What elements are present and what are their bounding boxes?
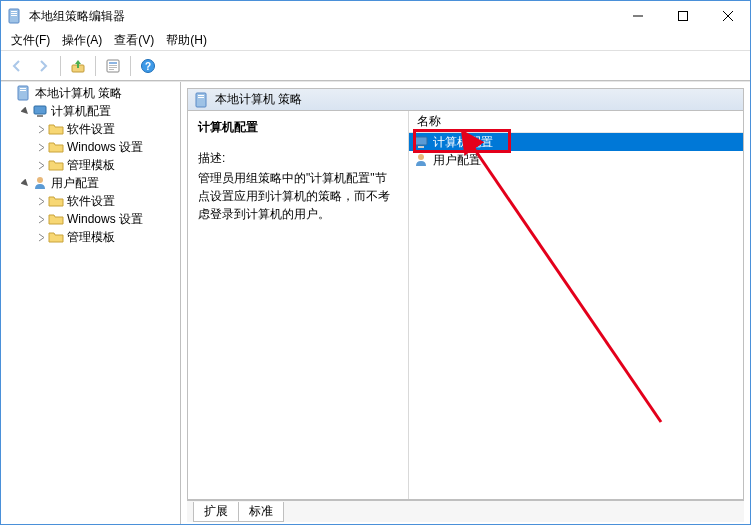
- chevron-down-icon[interactable]: [19, 105, 31, 117]
- user-icon: [413, 152, 429, 168]
- description-text: 管理员用组策略中的"计算机配置"节点设置应用到计算机的策略，而不考虑登录到计算机…: [198, 169, 398, 223]
- list-column: 名称 计算机配置 用户配置: [409, 111, 743, 499]
- folder-icon: [48, 157, 64, 173]
- svg-rect-13: [109, 65, 117, 66]
- tree-root[interactable]: 本地计算机 策略: [3, 84, 180, 102]
- description-label: 描述:: [198, 150, 398, 167]
- computer-icon: [32, 103, 48, 119]
- svg-rect-27: [415, 137, 427, 145]
- svg-rect-25: [198, 95, 204, 96]
- svg-rect-20: [20, 90, 26, 91]
- chevron-right-icon[interactable]: [35, 159, 47, 171]
- list-item-user-config[interactable]: 用户配置: [409, 151, 743, 169]
- tree-software-settings[interactable]: 软件设置: [35, 192, 180, 210]
- tree-label: 软件设置: [67, 121, 115, 138]
- tree-windows-settings[interactable]: Windows 设置: [35, 138, 180, 156]
- user-icon: [32, 175, 48, 191]
- up-button[interactable]: [66, 54, 90, 78]
- content-header: 本地计算机 策略: [188, 89, 743, 111]
- svg-rect-21: [34, 106, 46, 114]
- tree-label: 计算机配置: [51, 103, 111, 120]
- titlebar: 本地组策略编辑器: [1, 1, 750, 31]
- window-title: 本地组策略编辑器: [29, 8, 615, 25]
- chevron-down-icon[interactable]: [19, 177, 31, 189]
- svg-rect-26: [198, 97, 204, 98]
- tree-label: 管理模板: [67, 157, 115, 174]
- svg-rect-28: [418, 146, 424, 148]
- list-item-label: 计算机配置: [433, 134, 493, 151]
- tree-pane[interactable]: 本地计算机 策略 计算机配置: [1, 82, 181, 524]
- menu-action[interactable]: 操作(A): [56, 32, 108, 49]
- policy-icon: [16, 85, 32, 101]
- tab-standard[interactable]: 标准: [238, 502, 284, 522]
- svg-point-23: [37, 177, 43, 183]
- chevron-right-icon[interactable]: [35, 123, 47, 135]
- tree-admin-templates[interactable]: 管理模板: [35, 156, 180, 174]
- menu-help[interactable]: 帮助(H): [160, 32, 213, 49]
- column-header-name[interactable]: 名称: [409, 111, 743, 133]
- toolbar-separator: [130, 56, 131, 76]
- chevron-down-icon[interactable]: [3, 87, 15, 99]
- menu-view[interactable]: 查看(V): [108, 32, 160, 49]
- chevron-right-icon[interactable]: [35, 195, 47, 207]
- svg-point-29: [418, 154, 424, 160]
- svg-rect-22: [37, 115, 43, 117]
- tree-label: 管理模板: [67, 229, 115, 246]
- svg-rect-3: [11, 11, 17, 12]
- main-body: 本地计算机 策略 计算机配置: [1, 81, 750, 524]
- svg-text:?: ?: [145, 61, 151, 72]
- folder-icon: [48, 193, 64, 209]
- close-button[interactable]: [705, 1, 750, 31]
- tree-admin-templates[interactable]: 管理模板: [35, 228, 180, 246]
- back-button[interactable]: [5, 54, 29, 78]
- description-column: 计算机配置 描述: 管理员用组策略中的"计算机配置"节点设置应用到计算机的策略，…: [188, 111, 408, 499]
- chevron-right-icon[interactable]: [35, 141, 47, 153]
- folder-icon: [48, 229, 64, 245]
- properties-button[interactable]: [101, 54, 125, 78]
- svg-rect-12: [109, 62, 117, 64]
- tree-software-settings[interactable]: 软件设置: [35, 120, 180, 138]
- svg-rect-5: [11, 15, 17, 16]
- computer-icon: [413, 134, 429, 150]
- policy-icon: [194, 92, 210, 108]
- tree-label: Windows 设置: [67, 139, 143, 156]
- maximize-button[interactable]: [660, 1, 705, 31]
- tree-computer-config[interactable]: 计算机配置: [19, 102, 180, 120]
- tree-user-config[interactable]: 用户配置: [19, 174, 180, 192]
- chevron-right-icon[interactable]: [35, 231, 47, 243]
- chevron-right-icon[interactable]: [35, 213, 47, 225]
- tree-label: 软件设置: [67, 193, 115, 210]
- help-button[interactable]: ?: [136, 54, 160, 78]
- minimize-button[interactable]: [615, 1, 660, 31]
- menu-file[interactable]: 文件(F): [5, 32, 56, 49]
- svg-rect-4: [11, 13, 17, 14]
- section-title: 计算机配置: [198, 119, 398, 136]
- toolbar-separator: [95, 56, 96, 76]
- list-item-label: 用户配置: [433, 152, 481, 169]
- tree-windows-settings[interactable]: Windows 设置: [35, 210, 180, 228]
- svg-rect-19: [20, 88, 26, 89]
- tab-extended[interactable]: 扩展: [193, 502, 239, 522]
- tree-label: 用户配置: [51, 175, 99, 192]
- folder-icon: [48, 211, 64, 227]
- menubar: 文件(F) 操作(A) 查看(V) 帮助(H): [1, 31, 750, 51]
- folder-icon: [48, 139, 64, 155]
- app-window: 本地组策略编辑器 文件(F) 操作(A) 查看(V) 帮助(H) ?: [0, 0, 751, 525]
- tree-label: Windows 设置: [67, 211, 143, 228]
- content-pane: 本地计算机 策略 计算机配置 描述: 管理员用组策略中的"计算机配置"节点设置应…: [181, 82, 750, 524]
- bottom-tabs: 扩展 标准: [187, 500, 744, 522]
- content-header-title: 本地计算机 策略: [215, 91, 302, 108]
- toolbar: ?: [1, 51, 750, 81]
- app-icon: [7, 8, 23, 24]
- svg-rect-14: [109, 67, 117, 68]
- toolbar-separator: [60, 56, 61, 76]
- svg-rect-7: [678, 12, 687, 21]
- folder-icon: [48, 121, 64, 137]
- list-item-computer-config[interactable]: 计算机配置: [409, 133, 743, 151]
- tree-label: 本地计算机 策略: [35, 85, 122, 102]
- svg-rect-15: [109, 69, 114, 70]
- forward-button[interactable]: [31, 54, 55, 78]
